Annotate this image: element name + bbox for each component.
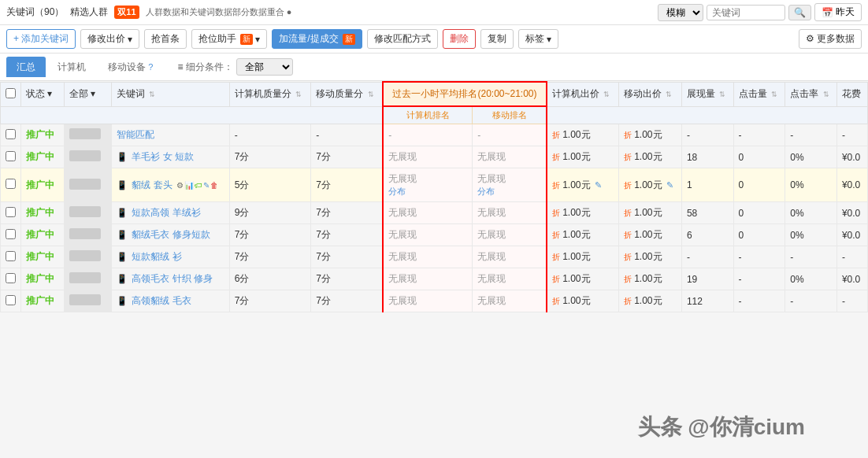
price-down-icon: 折	[552, 297, 560, 305]
sub-rest	[547, 106, 868, 124]
add-flow-button[interactable]: 加流量/提成交 新	[272, 29, 362, 49]
th-keyword: 关键词 ⇅	[112, 82, 230, 106]
calendar-icon: 📅	[822, 7, 833, 18]
row-clicks: -	[733, 124, 785, 146]
delete-button[interactable]: 删除	[443, 29, 476, 49]
edit-icon-row[interactable]: ✎	[203, 181, 210, 190]
row-checkbox[interactable]	[1, 268, 21, 290]
row-mobile-quality: -	[311, 124, 383, 146]
search-input[interactable]	[707, 5, 785, 20]
row-mobile-rank: 无展现	[473, 290, 547, 312]
row-mobile-bid: 折 1.00元	[618, 124, 681, 146]
th-pc-quality: 计算机质量分 ⇅	[229, 82, 311, 106]
tab-pc[interactable]: 计算机	[47, 57, 96, 77]
price-down-icon: 折	[552, 181, 560, 190]
tag-button[interactable]: 标签 ▾	[518, 29, 558, 49]
add-keyword-button[interactable]: + 添加关键词	[6, 29, 76, 49]
row-cost: ¥0.0	[836, 224, 867, 246]
chevron-down-icon-3: ▾	[547, 34, 551, 45]
mobile-bid-edit-icon[interactable]: ✎	[666, 180, 673, 190]
row-impressions: 112	[681, 290, 733, 312]
th-pc-bid: 计算机出价 ⇅	[547, 82, 618, 106]
row-checkbox[interactable]	[1, 202, 21, 224]
sub-empty	[1, 106, 384, 124]
row-mobile-rank: 无展现	[473, 268, 547, 290]
th-checkbox[interactable]	[1, 82, 21, 106]
th-impressions-label: 展现量	[687, 88, 715, 99]
sort-icon-clk[interactable]: ⇅	[771, 90, 777, 98]
new-badge-2: 新	[343, 34, 355, 45]
th-mobile-quality-label: 移动质量分	[316, 88, 363, 99]
tag-label: 标签	[525, 32, 544, 46]
th-status: 状态 ▾	[21, 82, 65, 106]
row-pc-rank: -	[383, 124, 472, 146]
select-all-checkbox[interactable]	[6, 88, 16, 98]
row-cost: -	[836, 290, 867, 312]
grab-helper-button[interactable]: 抢位助手 新 ▾	[191, 29, 267, 49]
filter-select[interactable]: 全部	[236, 58, 293, 76]
mobile-price-down-icon: 折	[624, 181, 632, 190]
row-pc-rank: 无展现	[383, 146, 472, 168]
keyword-link[interactable]: 羊毛衫 女 短款	[132, 151, 194, 162]
row-checkbox[interactable]	[1, 224, 21, 246]
mobile-rank-dist-link[interactable]: 分布	[477, 186, 541, 198]
copy-button[interactable]: 复制	[480, 29, 514, 49]
th-time-label: 过去一小时平均排名(20:00~21:00)	[392, 88, 536, 99]
tab-mobile[interactable]: 移动设备 ?	[98, 57, 163, 77]
row-checkbox[interactable]	[1, 124, 21, 146]
row-pc-quality: 7分	[229, 246, 311, 268]
keyword-link[interactable]: 高领毛衣 针织 修身	[132, 273, 213, 284]
keyword-count: 关键词（90）	[6, 6, 64, 19]
row-blur	[65, 246, 112, 268]
sub-pc-rank: 计算机排名	[383, 106, 472, 124]
row-checkbox[interactable]	[1, 146, 21, 168]
row-blur	[65, 146, 112, 168]
sort-icon-pcq[interactable]: ⇅	[295, 90, 302, 98]
keyword-link[interactable]: 高领貂绒 毛衣	[132, 295, 191, 306]
keyword-link[interactable]: 短款貂绒 衫	[132, 251, 181, 262]
grab-top-button[interactable]: 抢首条	[144, 29, 187, 49]
row-impressions: 1	[681, 168, 733, 202]
sort-icon-mbid[interactable]: ⇅	[666, 90, 672, 98]
add-flow-label: 加流量/提成交	[279, 32, 338, 46]
sort-icon-pcbid[interactable]: ⇅	[603, 90, 610, 98]
more-data-button[interactable]: ⚙ 更多数据	[799, 29, 862, 49]
keyword-link[interactable]: 貂绒毛衣 修身短款	[132, 229, 210, 240]
modify-match-button[interactable]: 修改匹配方式	[367, 29, 438, 49]
pc-rank-dist-link[interactable]: 分布	[388, 186, 467, 198]
price-down-icon: 折	[552, 131, 560, 139]
search-button[interactable]: 🔍	[788, 5, 811, 20]
keyword-link[interactable]: 貂绒 套头	[132, 179, 172, 190]
row-clicks: 0	[733, 202, 785, 224]
date-button[interactable]: 📅 昨天	[814, 3, 862, 21]
info-text: 人群数据和关键词数据部分数据重合 ●	[146, 6, 292, 18]
row-pc-quality: 6分	[229, 268, 311, 290]
keyword-link[interactable]: 短款高领 羊绒衫	[132, 207, 200, 218]
row-status: 推广中	[21, 124, 65, 146]
model-select[interactable]: 模糊	[658, 4, 703, 21]
row-checkbox[interactable]	[1, 168, 21, 202]
modify-bid-button[interactable]: 修改出价 ▾	[80, 29, 139, 49]
row-checkbox[interactable]	[1, 290, 21, 312]
row-clicks: -	[733, 246, 785, 268]
mobile-price-down-icon: 折	[624, 209, 632, 217]
help-icon-mobile[interactable]: ?	[148, 62, 153, 72]
row-mobile-rank: 无展现 分布	[473, 168, 547, 202]
tab-summary[interactable]: 汇总	[6, 57, 46, 77]
sort-icon-mq[interactable]: ⇅	[368, 90, 374, 98]
row-mobile-quality: 7分	[311, 224, 383, 246]
select-group-label: 精选人群	[70, 6, 108, 19]
keyword-link[interactable]: 智能匹配	[117, 129, 154, 140]
row-blur	[65, 202, 112, 224]
delete-icon-row[interactable]: 🗑	[210, 181, 218, 190]
bid-edit-icon[interactable]: ✎	[595, 180, 602, 190]
sort-icon-ctr[interactable]: ⇅	[823, 90, 829, 98]
row-status: 推广中	[21, 202, 65, 224]
price-down-icon: 折	[552, 209, 560, 217]
gear-icon-row[interactable]: ⚙	[176, 181, 184, 190]
row-checkbox[interactable]	[1, 246, 21, 268]
sort-icon-keyword[interactable]: ⇅	[149, 90, 155, 98]
tag-icon-row[interactable]: 🏷	[195, 181, 202, 190]
sort-icon-imp[interactable]: ⇅	[719, 90, 725, 98]
chart-icon-row[interactable]: 📊	[184, 181, 194, 190]
